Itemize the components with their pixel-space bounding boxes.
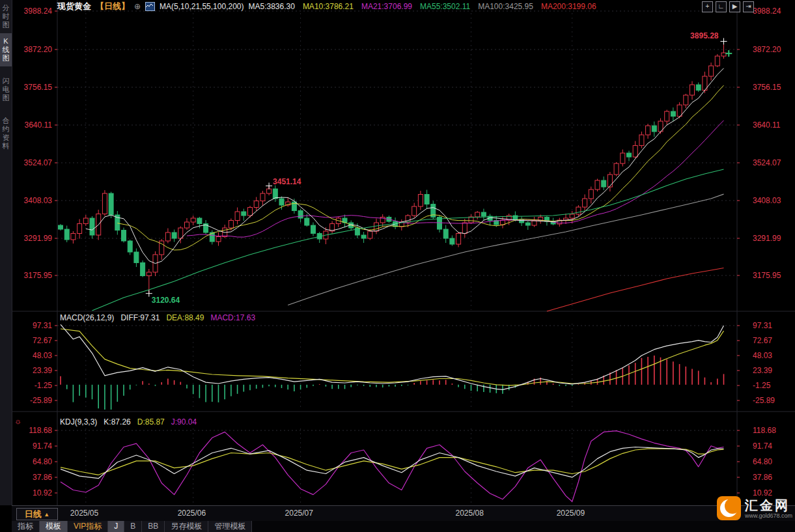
price-axis-label-left: 3756.15 [24, 83, 53, 92]
candle-body [109, 193, 113, 215]
candle-body [602, 180, 606, 187]
crosshair-icon[interactable]: + [702, 1, 713, 12]
macd-axis-label-right: 72.67 [753, 336, 772, 345]
price-axis-label-right: 3640.11 [753, 120, 781, 130]
candle-body [501, 220, 505, 225]
chart-header: 现货黄金 【日线】 ⊕ MA(5,10,21,55,100,200) MA5:3… [13, 0, 795, 13]
candle-body [102, 193, 107, 214]
price-axis-label-left: 3872.20 [24, 45, 53, 54]
price-annotation: 3895.28 [690, 31, 719, 40]
sidebar-tab-char: K [3, 37, 8, 46]
logo-icon [717, 496, 741, 520]
macd-axis-label-right: 97.31 [753, 321, 772, 330]
bottom-tab-7[interactable]: 另存模板 [165, 521, 208, 532]
time-axis-row: 日线 ▲ 2025/052025/062025/072025/082025/09 [12, 505, 795, 522]
sidebar-tab-char: 资 [3, 133, 10, 142]
candle-body [248, 208, 253, 216]
indicator-settings-icon[interactable]: ☼ [14, 417, 21, 426]
sidebar-tab-char: 分 [3, 4, 10, 12]
candle-body [172, 232, 176, 238]
sidebar-tab-char: 料 [3, 142, 10, 150]
macd-axis-label-left: -1.25 [35, 381, 53, 390]
sidebar-tab-time-chart[interactable]: 分时图 [0, 0, 12, 33]
candle-body [146, 272, 151, 275]
bottom-tab-1[interactable]: 指标 [12, 521, 40, 532]
candle-body [235, 212, 240, 220]
bottom-tab-8[interactable]: 管理模板 [208, 521, 252, 532]
mini-chart-icon[interactable] [145, 2, 155, 11]
candle-body [570, 214, 574, 218]
indicator-tab-bar: 指标模板VIP指标JBBB另存模板管理模板 [12, 521, 795, 532]
macd-axis-label-left: -25.89 [30, 396, 52, 405]
ma-settings-label: MA(5,10,21,55,100,200) [160, 2, 244, 11]
left-sidebar: 分时图 K线图 闪电图 合约资料 [0, 0, 12, 505]
period-label[interactable]: 【日线】 [96, 1, 130, 12]
macd-name-label[interactable]: MACD(26,12,9) [60, 313, 114, 322]
candle-body [260, 193, 265, 201]
candle-body [368, 231, 372, 238]
chart-canvas[interactable]: 3988.243988.243872.203872.203756.153756.… [0, 0, 795, 532]
kdj-name-label[interactable]: KDJ(9,3,3) [60, 417, 97, 427]
kdj-axis-label-left: 10.92 [33, 488, 52, 497]
period-selector-label: 日线 [25, 509, 42, 519]
macd-axis-label-left: 23.39 [33, 366, 52, 375]
ma-legend-ma100: MA100:3425.95 [478, 2, 533, 11]
exit-right-icon[interactable]: ⇥ [743, 1, 754, 12]
candle-body [576, 207, 581, 214]
ma-legend-ma5: MA5:3836.30 [248, 2, 294, 11]
bottom-tab-5[interactable]: B [124, 521, 142, 532]
candle-body [665, 111, 669, 121]
candle-body [311, 225, 316, 233]
symbol-title: 现货黄金 [57, 1, 91, 12]
candle-body [242, 212, 246, 216]
candle-body [128, 241, 132, 252]
date-axis-label: 2025/08 [456, 509, 484, 518]
header-toolbar: +∟▶⇥ [702, 1, 754, 12]
ma-legend: MA5:3836.30MA10:3786.21MA21:3706.99MA55:… [248, 2, 596, 11]
candle-body [639, 135, 644, 145]
period-selector[interactable]: 日线 ▲ [16, 508, 58, 520]
sidebar-tab-char: 电 [3, 85, 10, 94]
bottom-tab-2[interactable]: 模板 [40, 521, 68, 532]
candle-body [254, 201, 258, 208]
candle-body [298, 211, 303, 218]
sidebar-tab-char: 图 [3, 21, 10, 29]
ma200-line [547, 268, 724, 312]
sidebar-tab-contract-info[interactable]: 合约资料 [0, 113, 12, 154]
candle-body [677, 105, 682, 116]
bottom-tab-3[interactable]: VIP指标 [68, 521, 108, 532]
date-axis-label: 2025/09 [557, 509, 585, 518]
price-axis-label-left: 3291.99 [24, 234, 53, 243]
ma-legend-ma21: MA21:3706.99 [361, 2, 412, 11]
candle-body [361, 235, 366, 238]
kdj-axis-label-right: 37.86 [753, 473, 772, 482]
candle-body [450, 238, 454, 244]
add-indicator-icon[interactable]: ⊕ [134, 2, 141, 11]
axis-scale-icon[interactable]: ∟ [716, 1, 727, 12]
candle-body [141, 263, 145, 276]
sidebar-tab-lightning-chart[interactable]: 闪电图 [0, 73, 12, 106]
candle-body [77, 224, 82, 234]
bottom-tab-4[interactable]: J [108, 521, 124, 532]
candle-body [273, 189, 277, 199]
macd-axis-label-left: 97.31 [33, 321, 52, 330]
candle-body [191, 218, 195, 222]
scroll-chart-icon[interactable]: ▶ [729, 1, 740, 12]
sidebar-tab-char: 约 [3, 125, 10, 133]
sidebar-tab-char: 时 [3, 12, 10, 21]
candle-body [64, 229, 69, 240]
price-annotation: 3120.64 [152, 296, 180, 305]
candle-body [532, 221, 537, 225]
kdj-header: KDJ(9,3,3) K:87.26 D:85.87 J:90.04 [60, 417, 197, 427]
candle-body [443, 229, 448, 238]
ma100-line [288, 194, 723, 305]
sidebar-tab-kline-chart[interactable]: K线图 [0, 33, 12, 66]
bottom-tab-6[interactable]: BB [142, 521, 165, 532]
price-axis-label-right: 3872.20 [753, 45, 781, 54]
candle-body [621, 153, 625, 163]
candle-body [715, 56, 719, 66]
ma-legend-ma10: MA10:3786.21 [303, 2, 354, 11]
ma-legend-ma200: MA200:3199.06 [541, 2, 596, 11]
site-logo[interactable]: 汇金网 www.gold678.com [717, 496, 792, 520]
date-axis-label: 2025/05 [70, 509, 98, 518]
